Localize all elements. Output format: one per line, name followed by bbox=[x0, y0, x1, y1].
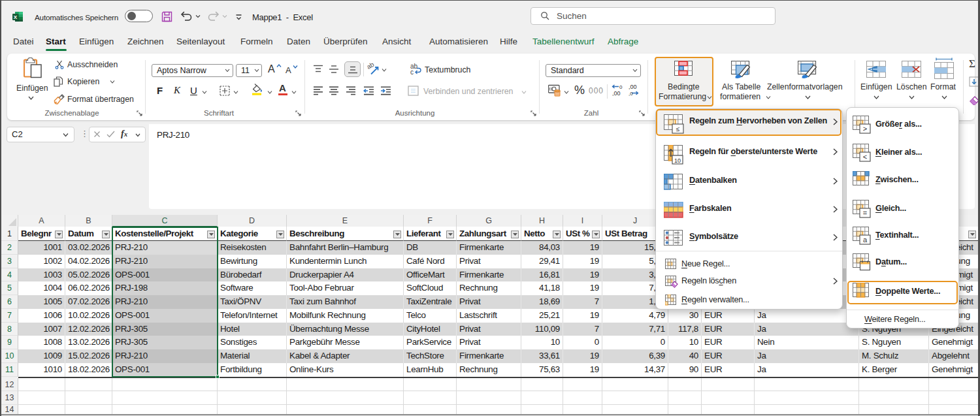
svg-text:<: < bbox=[863, 153, 867, 161]
svg-text:10: 10 bbox=[674, 157, 681, 163]
svg-text:>: > bbox=[863, 125, 867, 133]
svg-text:ab: ab bbox=[367, 62, 376, 71]
svg-text:X: X bbox=[14, 14, 18, 20]
svg-text:,00: ,00 bbox=[629, 84, 637, 90]
svg-text:,00: ,00 bbox=[612, 90, 621, 97]
svg-text:c: c bbox=[410, 69, 414, 75]
svg-text:=: = bbox=[863, 209, 867, 217]
svg-text:,0: ,0 bbox=[629, 91, 633, 96]
svg-text:≤: ≤ bbox=[676, 125, 680, 133]
svg-text:a: a bbox=[863, 236, 868, 244]
